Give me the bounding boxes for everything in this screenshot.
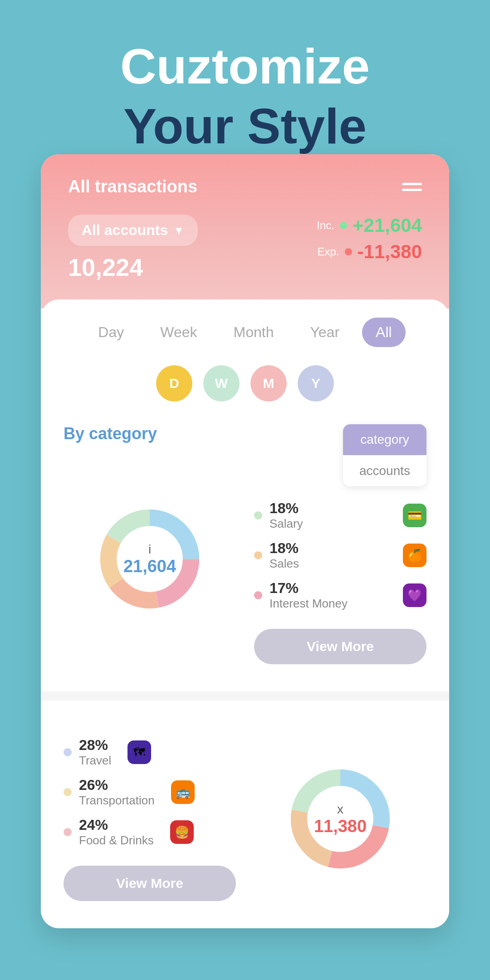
menu-icon[interactable] [402,183,422,191]
legend-interest: 17% Interest Money 💜 [254,580,426,611]
app-card: All transactions All accounts ▼ 10,224 I… [41,154,449,928]
expense-legend: 28% Travel 🗺 26% Transportation 🚌 24% Fo… [64,737,236,901]
tab-month[interactable]: Month [220,318,287,347]
transport-pct: 26% [79,777,155,794]
tab-year[interactable]: Year [296,318,353,347]
account-row: All accounts ▼ 10,224 Inc. +21,604 Exp. … [68,215,422,281]
sales-pct: 18% [270,540,299,557]
accounts-option[interactable]: accounts [343,455,426,486]
expense-center: x 11,380 [314,802,367,836]
legend-sales: 18% Sales 🍊 [254,540,426,571]
income-chart-row: i 21,604 18% Salary 💳 [64,500,426,664]
travel-name: Travel [79,754,111,768]
salary-pct: 18% [270,500,303,517]
food-icon: 🍔 [170,820,194,844]
hero-line2: Your Style [0,96,490,156]
app-body: Day Week Month Year All D W M Y By categ… [41,299,449,691]
account-left: All accounts ▼ 10,224 [68,215,198,281]
sales-icon: 🍊 [403,544,426,567]
category-dropdown[interactable]: category accounts [343,424,426,486]
interest-icon: 💜 [403,583,426,607]
category-option[interactable]: category [343,424,426,455]
income-donut-section: i 21,604 [64,500,236,627]
tab-week[interactable]: Week [147,318,211,347]
interest-dot [254,591,262,599]
income-value-center: 21,604 [123,557,176,576]
all-transactions-label: All transactions [68,177,197,196]
expense-letter: x [314,802,367,817]
legend-food: 24% Food & Drinks 🍔 [64,817,236,848]
income-legend: 18% Salary 💳 18% Sales 🍊 17% [254,500,426,664]
income-donut-container: i 21,604 [91,500,209,618]
account-balance: 10,224 [68,253,198,281]
income-expense: Inc. +21,604 Exp. -11,380 [317,215,422,267]
food-dot [64,828,72,836]
expense-view-more-button[interactable]: View More [64,866,236,901]
account-selector-label: All accounts [82,222,168,239]
income-row: Inc. +21,604 [317,215,422,236]
travel-dot [64,748,72,756]
interest-pct: 17% [270,580,348,597]
account-selector[interactable]: All accounts ▼ [68,215,198,246]
tab-day[interactable]: Day [84,318,137,347]
dwmy-d-button[interactable]: D [156,365,192,402]
legend-salary: 18% Salary 💳 [254,500,426,531]
transport-dot [64,788,72,796]
salary-name: Salary [270,517,303,531]
income-value: +21,604 [353,215,422,236]
app-header: All transactions All accounts ▼ 10,224 I… [41,154,449,309]
dwmy-row: D W M Y [64,365,426,402]
section-separator [41,691,449,701]
transport-name: Transportation [79,794,155,808]
income-view-more-button[interactable]: View More [254,629,426,664]
travel-pct: 28% [79,737,111,754]
dwmy-y-button[interactable]: Y [298,365,334,402]
income-letter: i [123,542,176,557]
legend-travel: 28% Travel 🗺 [64,737,236,768]
expense-dot [345,248,352,255]
expense-donut-section: x 11,380 [254,737,426,901]
food-name: Food & Drinks [79,833,154,848]
expense-label: Exp. [318,245,339,258]
by-category-label: By category [64,424,157,443]
bottom-section: 28% Travel 🗺 26% Transportation 🚌 24% Fo… [41,719,449,928]
header-top: All transactions [68,177,422,196]
food-pct: 24% [79,817,154,833]
income-center: i 21,604 [123,542,176,576]
category-row: By category category accounts [64,424,426,486]
dwmy-w-button[interactable]: W [203,365,240,402]
sales-name: Sales [270,557,299,571]
dropdown-arrow-icon: ▼ [173,224,184,237]
dwmy-m-button[interactable]: M [250,365,287,402]
expense-value-center: 11,380 [314,817,367,836]
travel-icon: 🗺 [127,740,151,764]
expense-donut-container: x 11,380 [281,760,399,878]
tab-all[interactable]: All [362,318,406,347]
hero-line1: Cuztomize [0,36,490,96]
income-label: Inc. [317,219,334,232]
expense-value: -11,380 [358,241,422,263]
salary-icon: 💳 [403,504,426,527]
income-dot [340,222,347,229]
salary-dot [254,511,262,519]
legend-transport: 26% Transportation 🚌 [64,777,236,808]
sales-dot [254,551,262,559]
expense-row: Exp. -11,380 [317,241,422,263]
period-tabs: Day Week Month Year All [64,318,426,347]
interest-name: Interest Money [270,597,348,611]
hero-section: Cuztomize Your Style [0,0,490,156]
transport-icon: 🚌 [171,780,195,804]
